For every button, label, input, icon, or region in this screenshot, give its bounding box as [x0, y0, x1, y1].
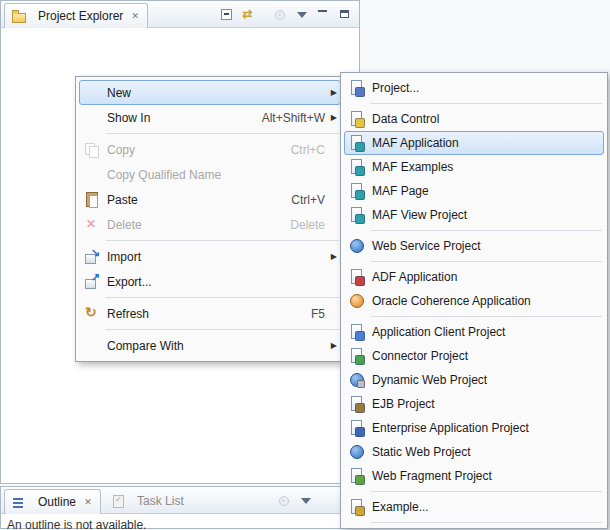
outline-icon — [11, 494, 27, 510]
close-icon[interactable]: ✕ — [129, 11, 141, 21]
menu-separator — [371, 103, 602, 104]
menu-item-paste[interactable]: PasteCtrl+V — [79, 187, 341, 212]
blank-icon — [84, 338, 100, 354]
coherence-application-icon — [349, 293, 365, 309]
explorer-toolbar-left — [218, 6, 258, 23]
menu-item-export[interactable]: Export... — [79, 269, 341, 294]
outline-toolbar — [275, 492, 315, 509]
web-service-project-icon — [349, 238, 365, 254]
menu-item-label: Project... — [372, 81, 570, 95]
menu-item-show-in[interactable]: Show InAlt+Shift+W▶ — [79, 105, 341, 130]
submenu-arrow-icon: ▶ — [325, 88, 337, 97]
menu-item-label: Import — [107, 250, 307, 264]
view-menu-icon[interactable] — [293, 6, 311, 23]
menu-item-shortcut: Delete — [290, 218, 325, 232]
menu-separator — [371, 522, 602, 523]
menu-item-enterprise-application-project[interactable]: Enterprise Application Project — [344, 416, 604, 440]
example-icon — [349, 499, 365, 515]
context-menu: New▶Show InAlt+Shift+W▶CopyCtrl+CCopy Qu… — [75, 76, 345, 362]
connector-project-icon — [349, 348, 365, 364]
menu-separator — [371, 261, 602, 262]
menu-item-connector-project[interactable]: Connector Project — [344, 344, 604, 368]
blank-icon — [84, 167, 100, 183]
maf-view-project-icon — [349, 207, 365, 223]
menu-item-copy: CopyCtrl+C — [79, 137, 341, 162]
menu-item-label: Refresh — [107, 307, 293, 321]
menu-item-label: Example... — [372, 500, 570, 514]
project-icon — [349, 80, 365, 96]
menu-item-compare-with[interactable]: Compare With▶ — [79, 333, 341, 358]
menu-item-label: MAF Application — [372, 136, 570, 150]
explorer-toolbar-right — [271, 6, 355, 23]
adf-application-icon — [349, 269, 365, 285]
view-menu-disabled-icon — [271, 6, 289, 23]
menu-item-maf-view-project[interactable]: MAF View Project — [344, 203, 604, 227]
menu-item-label: Dynamic Web Project — [372, 373, 570, 387]
paste-icon — [84, 192, 100, 208]
submenu-arrow-icon: ▶ — [325, 113, 337, 122]
maf-page-icon — [349, 183, 365, 199]
menu-item-shortcut: Alt+Shift+W — [262, 111, 325, 125]
menu-separator — [106, 297, 339, 298]
menu-item-label: Connector Project — [372, 349, 570, 363]
menu-item-project[interactable]: Project... — [344, 76, 604, 100]
menu-item-label: MAF Examples — [372, 160, 570, 174]
menu-item-shortcut: Ctrl+C — [291, 143, 325, 157]
static-web-project-icon — [349, 444, 365, 460]
menu-item-label: Web Fragment Project — [372, 469, 570, 483]
menu-item-dynamic-web-project[interactable]: Dynamic Web Project — [344, 368, 604, 392]
export-icon — [84, 274, 100, 290]
link-with-editor-icon[interactable] — [240, 6, 258, 23]
menu-item-label: ADF Application — [372, 270, 570, 284]
menu-item-adf-application[interactable]: ADF Application — [344, 265, 604, 289]
menu-item-maf-application[interactable]: MAF Application — [344, 131, 604, 155]
delete-icon — [84, 217, 100, 233]
blank-icon — [84, 110, 100, 126]
menu-item-label: Compare With — [107, 339, 307, 353]
tab-label-project-explorer: Project Explorer — [38, 9, 123, 23]
menu-item-label: Show In — [107, 111, 244, 125]
menu-item-maf-examples[interactable]: MAF Examples — [344, 155, 604, 179]
new-submenu: Project...Data ControlMAF ApplicationMAF… — [340, 72, 608, 529]
menu-item-new[interactable]: New▶ — [79, 80, 341, 105]
menu-separator — [371, 316, 602, 317]
menu-item-example[interactable]: Example... — [344, 495, 604, 519]
menu-item-copy-qualified-name: Copy Qualified Name — [79, 162, 341, 187]
menu-item-label: MAF Page — [372, 184, 570, 198]
menu-item-delete: DeleteDelete — [79, 212, 341, 237]
menu-item-label: Application Client Project — [372, 325, 570, 339]
menu-separator — [106, 240, 339, 241]
menu-item-other[interactable]: Other...Ctrl+N — [344, 526, 604, 529]
menu-item-refresh[interactable]: RefreshF5 — [79, 301, 341, 326]
tab-task-list[interactable]: Task List — [104, 489, 194, 513]
view-menu-disabled-icon — [275, 492, 293, 509]
collapse-all-icon[interactable] — [218, 6, 236, 23]
refresh-icon — [84, 306, 100, 322]
application-client-project-icon — [349, 324, 365, 340]
menu-item-web-fragment-project[interactable]: Web Fragment Project — [344, 464, 604, 488]
menu-item-label: Copy — [107, 143, 273, 157]
menu-item-web-service-project[interactable]: Web Service Project — [344, 234, 604, 258]
outline-panel: Outline ✕ Task List An outline is not av… — [0, 486, 360, 529]
menu-item-ejb-project[interactable]: EJB Project — [344, 392, 604, 416]
close-icon[interactable]: ✕ — [82, 497, 94, 507]
maximize-icon[interactable] — [337, 6, 355, 23]
menu-item-shortcut: F5 — [311, 307, 325, 321]
menu-item-label: Web Service Project — [372, 239, 570, 253]
menu-item-label: Export... — [107, 275, 307, 289]
menu-item-import[interactable]: Import▶ — [79, 244, 341, 269]
menu-item-maf-page[interactable]: MAF Page — [344, 179, 604, 203]
enterprise-application-project-icon — [349, 420, 365, 436]
dynamic-web-project-icon — [349, 372, 365, 388]
menu-item-data-control[interactable]: Data Control — [344, 107, 604, 131]
menu-item-static-web-project[interactable]: Static Web Project — [344, 440, 604, 464]
data-control-icon — [349, 111, 365, 127]
tab-label-outline: Outline — [38, 495, 76, 509]
view-menu-icon[interactable] — [297, 492, 315, 509]
menu-item-oracle-coherence-application[interactable]: Oracle Coherence Application — [344, 289, 604, 313]
menu-item-application-client-project[interactable]: Application Client Project — [344, 320, 604, 344]
tab-project-explorer[interactable]: Project Explorer ✕ — [4, 3, 148, 28]
menu-item-shortcut: Ctrl+V — [291, 193, 325, 207]
minimize-icon[interactable] — [315, 6, 333, 23]
tab-outline[interactable]: Outline ✕ — [4, 489, 101, 514]
